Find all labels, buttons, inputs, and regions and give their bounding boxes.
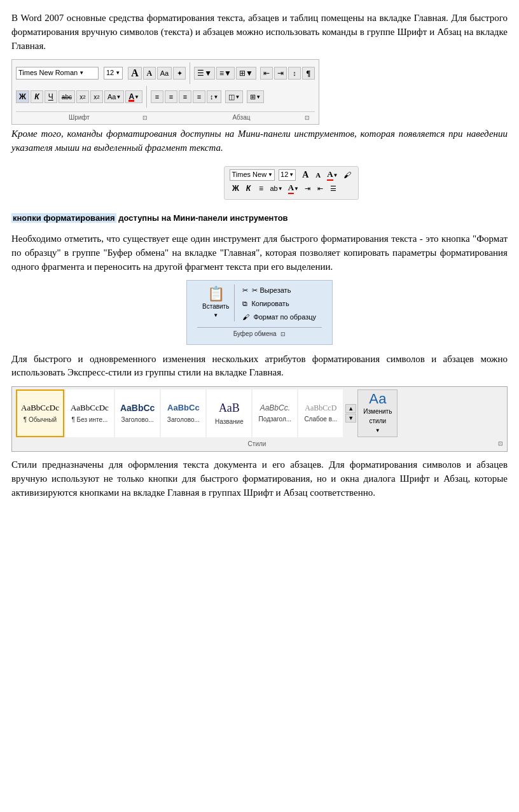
font-size-arrow: ▼ bbox=[115, 69, 120, 77]
intro-paragraph: В Word 2007 основные средства форматиров… bbox=[11, 11, 508, 53]
align-center-btn[interactable]: ≡ bbox=[165, 90, 177, 103]
style-h2-preview: AaBbCc bbox=[167, 402, 200, 414]
superscript-btn[interactable]: x2 bbox=[90, 90, 103, 103]
multilevel-btn[interactable]: ⊞▼ bbox=[236, 67, 256, 80]
format-painter-btn[interactable]: 🖌 Формат по образцу bbox=[240, 311, 319, 324]
clipboard-panel: 📋 Вставить ▼ ✂ ✂ Вырезать ⧉ Копировать 🖌… bbox=[186, 280, 333, 344]
style-no-spacing[interactable]: AaBbCcDc ¶ Без инте... bbox=[66, 389, 114, 437]
scroll-up-btn[interactable]: ▲ bbox=[345, 404, 356, 413]
mini-paint-btn[interactable]: 🖌 bbox=[342, 169, 353, 181]
mini-decrease-font-btn[interactable]: A bbox=[312, 169, 324, 181]
style-subtitle-label: Подзагол... bbox=[259, 415, 291, 424]
style-title-label: Название bbox=[215, 417, 244, 427]
bold-btn[interactable]: Ж bbox=[16, 90, 29, 103]
style-weak-preview: AaBbCcD bbox=[305, 403, 336, 414]
copy-label: Копировать bbox=[251, 299, 289, 309]
copy-btn[interactable]: ⧉ Копировать bbox=[240, 298, 319, 311]
styles-bar: AaBbCcDc ¶ Обычный AaBbCcDc ¶ Без инте..… bbox=[11, 386, 508, 452]
style-no-spacing-preview: AaBbCcDc bbox=[71, 402, 109, 414]
mini-increase-font-btn[interactable]: A bbox=[300, 169, 311, 181]
mini-bullets-btn[interactable]: ☰ bbox=[328, 183, 339, 194]
mini-font-arrow: ▼ bbox=[268, 171, 273, 179]
font-section-expand[interactable]: ⊡ bbox=[142, 114, 148, 122]
style-h1-preview: AaBbCc bbox=[120, 402, 155, 414]
styles-row: AaBbCcDc ¶ Обычный AaBbCcDc ¶ Без инте..… bbox=[16, 389, 503, 437]
style-h1[interactable]: AaBbCc Заголово... bbox=[115, 389, 160, 437]
fill-color-btn[interactable]: ◫▼ bbox=[225, 90, 243, 103]
format-painter-icon: 🖌 bbox=[242, 312, 249, 323]
sort-btn[interactable]: ↕ bbox=[288, 67, 301, 80]
copy-icon: ⧉ bbox=[242, 299, 247, 309]
text-effects-btn[interactable]: Aa▼ bbox=[104, 90, 124, 103]
mini-indent-left-btn[interactable]: ⇤ bbox=[315, 183, 326, 194]
show-hide-btn[interactable]: ¶ bbox=[302, 67, 315, 80]
style-normal[interactable]: AaBbCcDc ¶ Обычный bbox=[16, 389, 64, 437]
styles-section-expand[interactable]: ⊡ bbox=[498, 440, 503, 449]
styles-scroll: ▲ ▼ bbox=[345, 389, 356, 437]
strikethrough-btn[interactable]: abc bbox=[59, 90, 75, 103]
clear-format-btn[interactable]: ✦ bbox=[173, 67, 186, 80]
change-styles-arrow: ▼ bbox=[375, 427, 380, 435]
line-spacing-btn[interactable]: ↕▼ bbox=[207, 90, 221, 103]
clipboard-panel-container: 📋 Вставить ▼ ✂ ✂ Вырезать ⧉ Копировать 🖌… bbox=[11, 280, 508, 344]
change-styles-label: Изменитьстили bbox=[363, 407, 392, 426]
para-section-expand[interactable]: ⊡ bbox=[305, 114, 310, 122]
bullets-btn[interactable]: ☰▼ bbox=[194, 67, 215, 80]
style-h2-label: Заголово... bbox=[167, 416, 200, 425]
mini-font-size-box[interactable]: 12 ▼ bbox=[279, 169, 296, 181]
decrease-font-btn[interactable]: A bbox=[143, 67, 156, 80]
mini-bold-btn[interactable]: Ж bbox=[230, 183, 241, 194]
change-styles-icon: Аа bbox=[369, 392, 386, 406]
styles-bar-footer: Стили ⊡ bbox=[16, 440, 503, 449]
clipboard-title: Буфер обмена ⊡ bbox=[197, 327, 322, 339]
clipboard-expand[interactable]: ⊡ bbox=[280, 331, 286, 337]
change-case-btn[interactable]: Aa bbox=[157, 67, 172, 80]
mini-size-arrow: ▼ bbox=[289, 171, 294, 179]
caption-rest: доступны на Мини-панели инструментов bbox=[116, 213, 288, 223]
increase-font-btn[interactable]: A bbox=[128, 67, 142, 80]
text-color-btn[interactable]: A ▼ bbox=[125, 90, 142, 103]
mini-font-size-text: 12 bbox=[280, 170, 288, 180]
mini-center-btn[interactable]: ≡ bbox=[255, 183, 266, 194]
style-normal-preview: AaBbCcDc bbox=[21, 402, 59, 414]
subscript-btn[interactable]: x2 bbox=[76, 90, 89, 103]
paste-icon: 📋 bbox=[207, 287, 225, 301]
mini-highlight-btn[interactable]: ab▼ bbox=[268, 183, 284, 194]
decrease-indent-btn[interactable]: ⇤ bbox=[260, 67, 273, 80]
change-styles-btn[interactable]: Аа Изменитьстили ▼ bbox=[357, 389, 398, 437]
mini-toolbar-container: Times New ▼ 12 ▼ A A A ▼ 🖌 Ж К bbox=[11, 161, 508, 205]
numbering-btn[interactable]: ≡▼ bbox=[216, 67, 235, 80]
mini-text-color2-btn[interactable]: A ▼ bbox=[286, 183, 301, 194]
cut-btn[interactable]: ✂ ✂ Вырезать bbox=[240, 284, 319, 297]
caption-highlighted: кнопки форматирования bbox=[11, 213, 116, 223]
justify-btn[interactable]: ≡ bbox=[193, 90, 205, 103]
mini-toolbar: Times New ▼ 12 ▼ A A A ▼ 🖌 Ж К bbox=[224, 166, 358, 200]
underline-btn[interactable]: Ч bbox=[45, 90, 57, 103]
mini-italic-btn[interactable]: К bbox=[242, 183, 254, 194]
style-title-preview: АаВ bbox=[219, 400, 240, 416]
mini-text-color-btn[interactable]: A ▼ bbox=[325, 169, 340, 181]
style-normal-label: ¶ Обычный bbox=[24, 416, 57, 425]
increase-indent-btn[interactable]: ⇥ bbox=[274, 67, 287, 80]
style-title[interactable]: АаВ Название bbox=[207, 389, 251, 437]
paste-btn[interactable]: 📋 Вставить ▼ bbox=[197, 284, 235, 321]
main-ribbon: Times New Roman ▼ 12 ▼ A A Aa ✦ ☰▼ ≡▼ ⊞▼… bbox=[11, 59, 508, 125]
align-right-btn[interactable]: ≡ bbox=[179, 90, 191, 103]
font-size-box[interactable]: 12 ▼ bbox=[104, 67, 123, 80]
style-weak[interactable]: AaBbCcD Слабое в... bbox=[298, 389, 343, 437]
align-left-btn[interactable]: ≡ bbox=[151, 90, 163, 103]
mini-indent-right-btn[interactable]: ⇥ bbox=[302, 183, 314, 194]
style-subtitle[interactable]: AaBbCc. Подзагол... bbox=[253, 389, 297, 437]
borders-btn[interactable]: ⊞▼ bbox=[247, 90, 264, 103]
mini-font-name-text: Times New bbox=[232, 170, 266, 180]
scroll-down-btn[interactable]: ▼ bbox=[345, 414, 356, 423]
italic-btn[interactable]: К bbox=[31, 90, 43, 103]
mini-font-name-box[interactable]: Times New ▼ bbox=[230, 169, 275, 181]
font-name-arrow: ▼ bbox=[79, 69, 84, 77]
style-h2[interactable]: AaBbCc Заголово... bbox=[161, 389, 205, 437]
format-painter-label: Формат по образцу bbox=[253, 312, 316, 323]
italic-caption: Кроме того, команды форматирования досту… bbox=[11, 127, 508, 155]
paste-label: Вставить bbox=[202, 302, 229, 312]
font-name-box[interactable]: Times New Roman ▼ bbox=[16, 67, 99, 80]
style-weak-label: Слабое в... bbox=[304, 415, 337, 424]
